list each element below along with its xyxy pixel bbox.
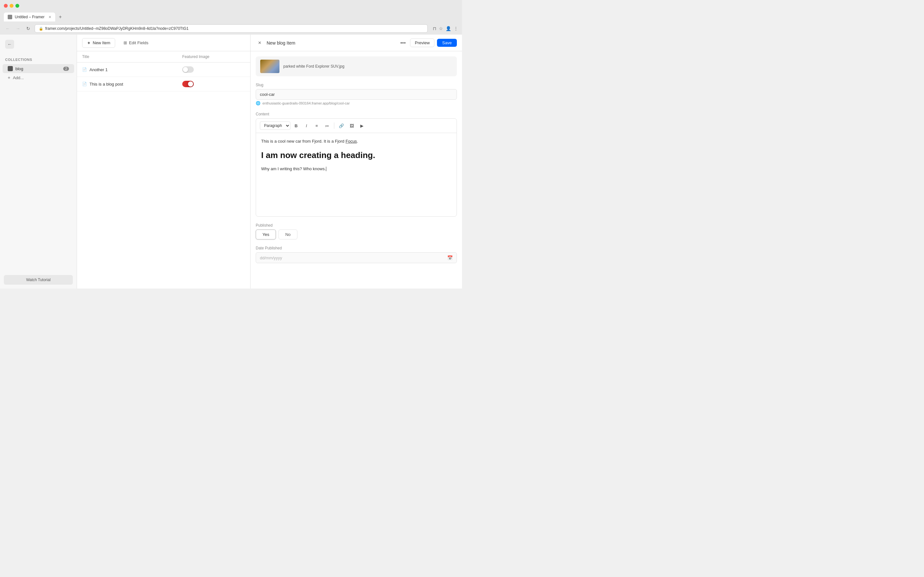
slug-input[interactable] <box>256 89 457 100</box>
title-bar <box>0 0 462 11</box>
app: ← Collections blog 2 + Add... Watch Tuto… <box>0 35 462 288</box>
panel-header: ✕ New blog Item ••• Preview Save <box>250 35 462 51</box>
sidebar-add-button[interactable]: + Add... <box>3 73 74 82</box>
edit-fields-button[interactable]: ⊞ Edit Fields <box>119 39 153 47</box>
tab-title: Untitled – Framer <box>15 15 45 19</box>
toggle-thumb <box>188 81 193 87</box>
minimize-window-btn[interactable] <box>10 4 13 8</box>
lock-icon: 🔒 <box>39 27 43 31</box>
back-button[interactable]: ← <box>5 40 14 49</box>
image-button[interactable]: 🖼 <box>347 121 356 130</box>
featured-image-field: parked white Ford Explorer SUV.jpg <box>256 56 457 76</box>
close-icon: ✕ <box>258 40 262 45</box>
video-button[interactable]: ▶ <box>357 121 367 130</box>
content-table: Title Featured Image 📄 Another 1 <box>77 51 250 91</box>
focus-link[interactable]: Focus <box>346 139 357 143</box>
more-options-button[interactable]: ••• <box>399 39 407 47</box>
content-editor: Paragraph Heading 1 Heading 2 B I ≡ ≔ 🔗 … <box>256 118 457 217</box>
main-content: ✦ New Item ⊞ Edit Fields Title Featured … <box>77 35 250 288</box>
edit-fields-label: Edit Fields <box>129 40 149 45</box>
image-thumb-visual <box>260 60 279 73</box>
italic-button[interactable]: I <box>302 121 311 130</box>
cast-icon[interactable]: ⊓ <box>433 26 436 31</box>
edit-fields-icon: ⊞ <box>124 40 127 45</box>
row-title-text: This is a blog post <box>89 82 123 87</box>
table-header-row: Title Featured Image <box>77 51 250 63</box>
sidebar-item-blog[interactable]: blog 2 <box>3 64 74 73</box>
preview-button[interactable]: Preview <box>410 39 435 47</box>
cell-toggle <box>177 77 250 91</box>
featured-image-toggle-row2[interactable] <box>182 81 194 87</box>
reload-button[interactable]: ↻ <box>24 25 32 32</box>
right-panel: ✕ New blog Item ••• Preview Save parked … <box>250 35 462 288</box>
table-row[interactable]: 📄 Another 1 <box>77 63 250 77</box>
published-field: Published Yes No <box>256 223 457 239</box>
bold-button[interactable]: B <box>292 121 300 130</box>
back-icon: ← <box>7 42 12 47</box>
slug-field: Slug 🌐 enthusiastic-guardrails-093164.fr… <box>256 83 457 105</box>
slug-label: Slug <box>256 83 457 87</box>
date-input[interactable]: dd/mm/yyyy 📅 <box>256 252 457 263</box>
image-preview[interactable]: parked white Ford Explorer SUV.jpg <box>256 56 457 76</box>
published-toggle-group: Yes No <box>256 229 457 239</box>
featured-image-toggle-row1[interactable] <box>182 66 194 73</box>
add-label: Add... <box>13 75 24 80</box>
column-header-title: Title <box>77 51 177 63</box>
cell-toggle <box>177 63 250 77</box>
fullscreen-window-btn[interactable] <box>15 4 19 8</box>
date-published-field: Date Published dd/mm/yyyy 📅 <box>256 246 457 263</box>
close-window-btn[interactable] <box>4 4 8 8</box>
table-row[interactable]: 📄 This is a blog post <box>77 77 250 91</box>
editor-paragraph2: Why am I writing this? Who knows. <box>261 166 451 172</box>
browser-tab[interactable]: Untitled – Framer ✕ <box>4 13 55 21</box>
published-label: Published <box>256 223 457 227</box>
url-hint-text: enthusiastic-guardrails-093164.framer.ap… <box>262 101 350 105</box>
save-button[interactable]: Save <box>437 39 457 47</box>
panel-close-button[interactable]: ✕ <box>256 39 263 47</box>
date-published-label: Date Published <box>256 246 457 250</box>
image-thumbnail <box>260 60 279 73</box>
row-icon: 📄 <box>82 67 87 72</box>
url-bar[interactable]: 🔒 framer.com/projects/Untitled--mZ98oDWa… <box>35 24 428 33</box>
calendar-icon: 📅 <box>447 255 453 260</box>
row-title-text: Another 1 <box>89 67 107 72</box>
blog-icon <box>8 66 13 71</box>
new-item-button[interactable]: ✦ New Item <box>82 38 115 48</box>
ordered-list-button[interactable]: ≔ <box>322 121 331 130</box>
panel-actions: ••• Preview Save <box>399 39 457 47</box>
more-icon: ••• <box>401 40 406 46</box>
published-yes-button[interactable]: Yes <box>256 229 276 239</box>
browser-actions: ⊓ ☆ 👤 ⋮ <box>433 26 458 31</box>
menu-icon[interactable]: ⋮ <box>454 26 458 31</box>
profile-icon[interactable]: 👤 <box>446 26 451 31</box>
table-container: Title Featured Image 📄 Another 1 <box>77 51 250 288</box>
new-item-label: New Item <box>93 40 110 45</box>
image-filename-text: parked white Ford Explorer SUV.jpg <box>283 64 344 69</box>
forward-button[interactable]: → <box>14 25 22 32</box>
unordered-list-button[interactable]: ≡ <box>312 121 321 130</box>
content-label: Content <box>256 112 457 116</box>
sidebar: ← Collections blog 2 + Add... Watch Tuto… <box>0 35 77 288</box>
editor-toolbar: Paragraph Heading 1 Heading 2 B I ≡ ≔ 🔗 … <box>256 119 457 133</box>
new-tab-button[interactable]: + <box>57 13 64 21</box>
sidebar-item-label-blog: blog <box>15 66 61 71</box>
collections-label: Collections <box>0 54 77 64</box>
new-item-icon: ✦ <box>87 40 91 45</box>
sidebar-item-badge-blog: 2 <box>63 67 69 71</box>
back-button[interactable]: ← <box>4 25 11 32</box>
globe-icon: 🌐 <box>256 101 260 105</box>
link-button[interactable]: 🔗 <box>337 121 346 130</box>
tab-close-icon[interactable]: ✕ <box>48 15 51 19</box>
published-no-button[interactable]: No <box>278 229 297 239</box>
text-cursor <box>326 167 326 171</box>
editor-content[interactable]: This is a cool new car from Fjord. It is… <box>256 133 457 216</box>
browser-chrome: Untitled – Framer ✕ + ← → ↻ 🔒 framer.com… <box>0 0 462 35</box>
panel-body: parked white Ford Explorer SUV.jpg Slug … <box>250 51 462 288</box>
url-text: framer.com/projects/Untitled--mZ98oDWaPJ… <box>45 26 189 31</box>
add-icon: + <box>8 75 10 80</box>
watch-tutorial-button[interactable]: Watch Tutorial <box>4 275 73 285</box>
format-select[interactable]: Paragraph Heading 1 Heading 2 <box>260 121 290 130</box>
editor-paragraph1: This is a cool new car from Fjord. It is… <box>261 138 451 145</box>
date-placeholder: dd/mm/yyyy <box>260 255 282 260</box>
bookmark-icon[interactable]: ☆ <box>439 26 443 31</box>
